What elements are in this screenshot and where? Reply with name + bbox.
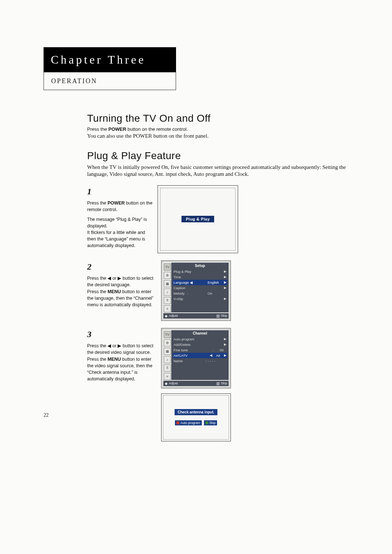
menu-item-fine-tune[interactable]: Fine tune : 00	[173, 347, 227, 353]
menu-item-language[interactable]: Language ◀ English ▶	[173, 280, 227, 285]
step-2: 2 Press the ◀ or ▶ button to select the …	[87, 260, 352, 321]
osd-footer: ◆Adjust ▥Skip	[163, 381, 229, 386]
text: Press the	[87, 357, 107, 362]
osd-footer-wrap: ◆Adjust ▥Skip	[163, 380, 229, 386]
tv-icon: TV	[164, 331, 171, 338]
chevron-right-icon: ▶	[224, 353, 226, 357]
text: Press the	[87, 289, 107, 294]
osd-title: Channel	[173, 331, 227, 336]
chapter-subtitle: OPERATION	[51, 77, 97, 85]
setup-icon: ⚙	[164, 272, 171, 279]
skip-button[interactable]: Skip	[204, 420, 217, 425]
page-number: 22	[44, 412, 49, 418]
section-heading-on-off: Turning the TV On and Off	[87, 113, 352, 124]
menu-label: Fine tune	[173, 348, 213, 352]
keyword-power: POWER	[109, 126, 126, 132]
footer-skip: ▥Skip	[216, 381, 227, 385]
step-1-text: 1 Press the POWER button on the remote c…	[87, 185, 152, 249]
chevron-right-icon: ▶	[224, 337, 226, 341]
sound-icon: ♪	[164, 356, 171, 363]
menu-item-air-catv[interactable]: Air/CATV ◀ Air ▶	[173, 353, 227, 358]
chevron-right-icon: ▶	[224, 286, 226, 290]
menu-item-melody[interactable]: Melody : On	[173, 291, 227, 296]
osd-icon-column: TV ⚙ ▦ ♪ ⧖ ≡	[163, 330, 171, 380]
footer-adjust: ◆Adjust	[165, 314, 178, 318]
osd-footer-wrap: ◆Adjust ▥Skip	[163, 312, 229, 319]
chapter-header: Chapter Three OPERATION	[44, 47, 176, 90]
chevron-right-icon: ▶	[224, 297, 226, 300]
text: Melody	[173, 291, 185, 295]
step-2-number: 2	[87, 260, 156, 273]
chevron-right-icon: ▶	[224, 270, 226, 273]
bars-icon: ≡	[164, 373, 171, 380]
osd-channel-menu: TV ⚙ ▦ ♪ ⧖ ≡ Channel Auto program	[161, 328, 231, 388]
clock-icon: ⧖	[164, 364, 171, 372]
menu-icon: ▥	[216, 381, 220, 385]
menu-item-auto-program[interactable]: Auto program ▶	[173, 336, 227, 342]
menu-label: Melody :	[173, 291, 208, 295]
auto-program-button[interactable]: Auto program	[175, 420, 202, 425]
section2-intro: When the TV is initially powered On, fiv…	[87, 164, 352, 178]
osd-border: TV ⚙ ▦ ♪ ⧖ ≡ Channel Auto program	[162, 329, 230, 387]
step-3-text: 3 Press the ◀ or ▶ button to select the …	[87, 328, 156, 383]
menu-label: Name	[173, 359, 205, 363]
menu-item-add-delete[interactable]: Add/Delete ▶	[173, 342, 227, 347]
button-label: Auto program	[180, 421, 200, 425]
text: It flickers for a little while and then …	[87, 229, 152, 249]
step-3: 3 Press the ◀ or ▶ button to select the …	[87, 328, 352, 441]
text: :	[188, 291, 189, 295]
menu-item-plug-play[interactable]: Plug & Play ▶	[173, 269, 227, 274]
button-label: Skip	[209, 421, 216, 425]
osd-setup-menu: TV ⚙ ▦ ♪ ⧖ ≡ Setup Plug & Play ▶	[161, 260, 231, 321]
menu-value: 00	[215, 348, 224, 352]
clock-icon: ⧖	[164, 297, 171, 304]
menu-icon: ▥	[216, 314, 220, 318]
setup-icon: ⚙	[164, 339, 171, 347]
keyword-power: POWER	[107, 201, 124, 206]
menu-item-time[interactable]: Time ▶	[173, 274, 227, 280]
osd-list: Channel Auto program ▶ Add/Delete ▶	[171, 330, 229, 380]
chevron-right-icon: ▶	[224, 275, 226, 279]
step-1-number: 1	[87, 185, 152, 198]
text: Press the	[87, 201, 107, 206]
color-square-red-icon	[176, 421, 179, 424]
manual-page: Chapter Three OPERATION Turning the TV O…	[0, 0, 392, 554]
step-1: 1 Press the POWER button on the remote c…	[87, 185, 352, 253]
diamond-icon: ◆	[165, 314, 168, 318]
diamond-icon: ◆	[165, 381, 168, 385]
text: The message “Plug & Play” is displayed.	[87, 216, 152, 229]
osd-border: Check antenna input. Auto program Skip	[163, 395, 229, 440]
step-3-number: 3	[87, 328, 156, 341]
step-2-text: 2 Press the ◀ or ▶ button to select the …	[87, 260, 156, 308]
text: Skip	[221, 381, 227, 385]
menu-label: Time	[173, 275, 224, 279]
menu-value: English	[208, 280, 224, 284]
osd-border: TV ⚙ ▦ ♪ ⧖ ≡ Setup Plug & Play ▶	[162, 262, 230, 320]
text: Press the	[87, 126, 109, 132]
menu-item-caption[interactable]: Caption ▶	[173, 285, 227, 291]
osd-body: TV ⚙ ▦ ♪ ⧖ ≡ Channel Auto program	[163, 330, 229, 380]
menu-item-vchip[interactable]: V-chip ▶	[173, 296, 227, 302]
osd-body: TV ⚙ ▦ ♪ ⧖ ≡ Setup Plug & Play ▶	[163, 263, 229, 312]
osd-list: Setup Plug & Play ▶ Time ▶ Language ◀	[171, 263, 229, 312]
menu-label: Auto program	[173, 337, 224, 341]
osd-check-buttons: Auto program Skip	[175, 420, 217, 425]
bars-icon: ≡	[164, 305, 171, 312]
text: Press the ◀ or ▶ button to select the de…	[87, 275, 156, 288]
keyword-menu: MENU	[107, 357, 121, 362]
section-heading-plug-play: Plug & Play Feature	[87, 150, 352, 162]
text: button on the remote control.	[126, 126, 188, 132]
chevron-right-icon: ▶	[224, 280, 226, 284]
menu-label: V-chip	[173, 297, 224, 301]
footer-skip: ▥Skip	[216, 314, 227, 318]
osd-footer: ◆Adjust ▥Skip	[163, 313, 229, 319]
chevron-left-icon: ◀	[190, 280, 193, 284]
osd-check-antenna: Check antenna input. Auto program Skip	[161, 393, 231, 441]
menu-item-name[interactable]: Name : - - - -	[173, 358, 227, 364]
picture-icon: ▦	[164, 280, 171, 287]
menu-label: Language ◀	[173, 280, 208, 284]
text: Language	[173, 280, 189, 284]
osd-plug-play-badge: Plug & Play	[181, 216, 214, 222]
chevron-right-icon: ▶	[224, 343, 226, 346]
section1-line2: You can also use the POWER button on the…	[87, 133, 352, 140]
